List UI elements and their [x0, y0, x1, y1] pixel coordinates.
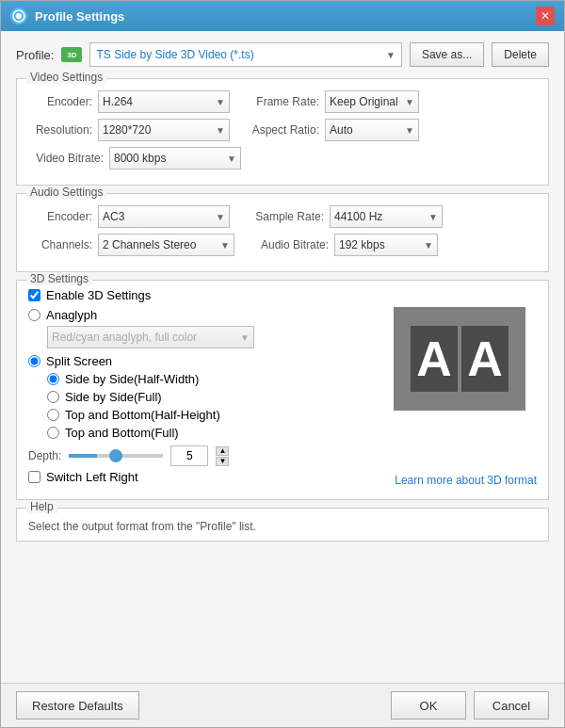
three-d-content: Enable 3D Settings Anaglyph Red/cyan ana…	[28, 288, 537, 490]
close-button[interactable]: ✕	[536, 7, 555, 25]
audio-settings-label: Audio Settings	[26, 186, 106, 199]
anaglyph-dropdown[interactable]: Red/cyan anaglyph, full color ▼	[47, 326, 254, 348]
channels-dropdown[interactable]: 2 Channels Stereo ▼	[98, 234, 234, 256]
audio-encoder-arrow: ▼	[216, 212, 225, 222]
dialog: Profile Settings ✕ Profile: 3D TS Side b…	[0, 0, 565, 728]
preview-letters: A A	[411, 326, 508, 392]
depth-spin-down[interactable]: ▼	[216, 457, 229, 466]
video-settings-content: Encoder: H.264 ▼ Frame Rate: Keep Origin…	[28, 90, 537, 170]
profile-dropdown-arrow: ▼	[386, 50, 396, 60]
switch-lr-checkbox[interactable]	[28, 471, 40, 483]
restore-defaults-button[interactable]: Restore Defaults	[16, 691, 139, 720]
sample-rate-row: Sample Rate: 44100 Hz ▼	[249, 205, 443, 228]
resolution-arrow: ▼	[216, 125, 225, 136]
profile-label: Profile:	[16, 48, 54, 62]
side-by-side-half-radio[interactable]	[47, 373, 59, 385]
depth-spinners: ▲ ▼	[216, 446, 229, 466]
content-area: Profile: 3D TS Side by Side 3D Video (*.…	[1, 31, 564, 683]
audio-settings-content: Encoder: AC3 ▼ Sample Rate: 44100 Hz ▼	[28, 205, 537, 262]
frame-rate-dropdown[interactable]: Keep Original ▼	[325, 90, 419, 113]
top-bottom-half-radio[interactable]	[47, 409, 59, 421]
sample-rate-dropdown[interactable]: 44100 Hz ▼	[330, 205, 443, 228]
titlebar-title: Profile Settings	[35, 9, 536, 24]
learn-more-link[interactable]: Learn more about 3D format	[395, 474, 537, 487]
switch-lr-label: Switch Left Right	[46, 470, 138, 484]
profile-format-icon: 3D	[61, 47, 82, 62]
split-screen-radio[interactable]	[28, 355, 40, 367]
preview-letter-left: A	[411, 326, 458, 392]
audio-bitrate-dropdown[interactable]: 192 kbps ▼	[334, 234, 438, 256]
top-bottom-half-label: Top and Bottom(Half-Height)	[65, 408, 220, 422]
switch-lr-row: Switch Left Right	[28, 470, 138, 484]
anaglyph-arrow: ▼	[240, 332, 250, 343]
audio-bitrate-label: Audio Bitrate:	[253, 238, 329, 251]
split-screen-label: Split Screen	[46, 354, 112, 368]
video-bitrate-arrow: ▼	[227, 154, 236, 164]
top-bottom-full-label: Top and Bottom(Full)	[65, 426, 179, 440]
delete-button[interactable]: Delete	[492, 42, 549, 67]
profile-dropdown[interactable]: TS Side by Side 3D Video (*.ts) ▼	[89, 42, 401, 67]
anaglyph-radio[interactable]	[28, 309, 40, 321]
video-bitrate-label: Video Bitrate:	[28, 152, 104, 165]
audio-bitrate-value: 192 kbps	[339, 238, 420, 251]
channels-label: Channels:	[28, 238, 92, 251]
frame-rate-value: Keep Original	[330, 95, 401, 108]
aspect-ratio-row: Aspect Ratio: Auto ▼	[249, 119, 419, 141]
audio-encoder-dropdown[interactable]: AC3 ▼	[98, 205, 230, 228]
help-section: Help Select the output format from the "…	[16, 508, 549, 542]
frame-rate-arrow: ▼	[405, 97, 414, 107]
aspect-ratio-arrow: ▼	[405, 125, 414, 136]
footer-right-buttons: OK Cancel	[391, 691, 549, 720]
three-d-settings-section: 3D Settings Enable 3D Settings Anaglyph	[16, 280, 549, 500]
depth-slider[interactable]	[69, 454, 163, 458]
audio-encoder-row: Encoder: AC3 ▼	[28, 205, 230, 228]
cancel-button[interactable]: Cancel	[474, 691, 549, 720]
side-by-side-full-radio[interactable]	[47, 391, 59, 403]
channels-row: Channels: 2 Channels Stereo ▼	[28, 234, 234, 256]
resolution-label: Resolution:	[28, 123, 92, 137]
resolution-dropdown[interactable]: 1280*720 ▼	[98, 119, 230, 141]
depth-spin-up[interactable]: ▲	[216, 446, 229, 456]
audio-bitrate-arrow: ▼	[424, 240, 433, 251]
audio-row-2: Channels: 2 Channels Stereo ▼ Audio Bitr…	[28, 234, 537, 262]
side-by-side-half-label: Side by Side(Half-Width)	[65, 372, 199, 386]
enable-3d-checkbox[interactable]	[28, 289, 40, 301]
anaglyph-value: Red/cyan anaglyph, full color	[52, 331, 240, 344]
profile-row: Profile: 3D TS Side by Side 3D Video (*.…	[16, 42, 549, 67]
audio-row-1: Encoder: AC3 ▼ Sample Rate: 44100 Hz ▼	[28, 205, 537, 234]
encoder-value: H.264	[103, 95, 212, 108]
help-text: Select the output format from the "Profi…	[28, 520, 537, 533]
channels-arrow: ▼	[220, 240, 230, 251]
video-bitrate-dropdown[interactable]: 8000 kbps ▼	[109, 147, 241, 170]
depth-label: Depth:	[28, 449, 61, 462]
resolution-value: 1280*720	[103, 123, 212, 137]
preview-letter-right: A	[461, 326, 508, 392]
audio-encoder-value: AC3	[103, 210, 212, 223]
aspect-ratio-label: Aspect Ratio:	[249, 123, 319, 137]
save-as-button[interactable]: Save as...	[410, 42, 484, 67]
anaglyph-label: Anaglyph	[46, 308, 97, 322]
enable-3d-label: Enable 3D Settings	[46, 288, 151, 302]
encoder-dropdown[interactable]: H.264 ▼	[98, 90, 230, 113]
encoder-arrow: ▼	[216, 97, 225, 107]
depth-row: Depth: 5 ▲ ▼	[28, 445, 537, 466]
help-label: Help	[26, 500, 57, 513]
side-by-side-full-label: Side by Side(Full)	[65, 390, 162, 404]
enable-3d-row: Enable 3D Settings	[28, 288, 537, 302]
three-d-settings-label: 3D Settings	[26, 272, 92, 285]
switch-row: Switch Left Right Learn more about 3D fo…	[28, 470, 537, 490]
titlebar-icon	[10, 8, 27, 24]
top-bottom-full-row: Top and Bottom(Full)	[47, 426, 537, 440]
aspect-ratio-dropdown[interactable]: Auto ▼	[325, 119, 419, 141]
video-row-2: Resolution: 1280*720 ▼ Aspect Ratio: Aut…	[28, 119, 537, 147]
svg-point-1	[16, 13, 22, 19]
top-bottom-full-radio[interactable]	[47, 427, 59, 439]
sample-rate-arrow: ▼	[428, 212, 438, 222]
preview-box: A A	[394, 307, 525, 411]
resolution-row: Resolution: 1280*720 ▼	[28, 119, 230, 141]
titlebar: Profile Settings ✕	[1, 1, 564, 31]
footer: Restore Defaults OK Cancel	[1, 683, 564, 727]
ok-button[interactable]: OK	[391, 691, 466, 720]
encoder-label: Encoder:	[28, 95, 92, 108]
sample-rate-value: 44100 Hz	[334, 210, 425, 223]
